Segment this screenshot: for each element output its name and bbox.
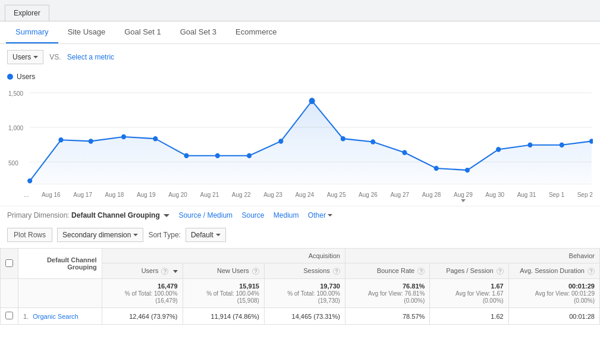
tab-goal-set-3[interactable]: Goal Set 3 <box>171 21 226 43</box>
total-bounce-rate: 76.81% Avg for View: 76.81% (0.00%) <box>345 279 429 308</box>
row-checkbox-cell[interactable] <box>1 308 18 325</box>
dim-link-medium[interactable]: Medium <box>274 211 299 219</box>
header-checkbox-cell <box>1 249 18 279</box>
svg-point-9 <box>58 137 63 142</box>
svg-point-16 <box>278 139 283 143</box>
x-label-1: Aug 16 <box>42 192 61 202</box>
row-checkbox[interactable] <box>5 312 13 319</box>
svg-point-13 <box>184 153 189 158</box>
svg-point-19 <box>370 139 375 144</box>
svg-text:1,500: 1,500 <box>8 90 23 97</box>
x-label-11: Aug 26 <box>359 192 378 202</box>
behavior-group-header: Behavior <box>345 249 599 263</box>
x-label-0: ... <box>24 192 29 202</box>
chart-legend: Users <box>0 70 600 83</box>
acquisition-group-header: Acquisition <box>102 249 345 263</box>
x-label-6: Aug 21 <box>200 192 219 202</box>
svg-point-15 <box>247 153 252 158</box>
sort-type-dropdown[interactable]: Default <box>186 228 226 242</box>
select-all-checkbox[interactable] <box>5 259 13 267</box>
dim-link-other[interactable]: Other <box>308 211 332 219</box>
sort-default-label: Default <box>191 231 213 239</box>
total-label <box>18 279 102 308</box>
x-label-15: Aug 30 <box>485 192 504 202</box>
row-channel-cell: 1. Organic Search <box>18 308 102 325</box>
nav-tabs: Summary Site Usage Goal Set 1 Goal Set 3… <box>0 21 600 44</box>
secondary-dimension-dropdown[interactable]: Secondary dimension <box>57 228 143 242</box>
x-label-18: Sep 2 <box>577 192 593 202</box>
row-bounce-rate: 78.57% <box>345 308 429 325</box>
explorer-tab[interactable]: Explorer <box>5 5 49 21</box>
svg-point-21 <box>434 166 439 171</box>
metric-dropdown-chevron <box>33 56 38 58</box>
svg-point-20 <box>402 150 407 155</box>
col-header-new-users[interactable]: New Users ? <box>183 263 264 279</box>
svg-text:500: 500 <box>8 159 18 166</box>
svg-text:1,000: 1,000 <box>8 125 23 131</box>
svg-point-8 <box>27 178 32 183</box>
data-table: Default Channel Grouping Acquisition Beh… <box>0 248 600 325</box>
metric-selected-label: Users <box>12 53 31 61</box>
x-label-13: Aug 28 <box>422 192 441 202</box>
x-label-5: Aug 20 <box>168 192 187 202</box>
primary-dim-active: Default Channel Grouping <box>71 211 160 219</box>
total-new-users: 15,915 % of Total: 100.04% (15,908) <box>183 279 264 308</box>
svg-marker-7 <box>30 101 592 184</box>
x-label-3: Aug 18 <box>105 192 124 202</box>
users-sort-icon <box>173 270 178 273</box>
sort-dropdown-chevron <box>216 234 221 236</box>
svg-point-17 <box>309 98 315 104</box>
x-label-10: Aug 25 <box>327 192 346 202</box>
row-pages-session: 1.62 <box>430 308 508 325</box>
tab-goal-set-1[interactable]: Goal Set 1 <box>115 21 170 43</box>
tab-ecommerce[interactable]: Ecommerce <box>226 21 286 43</box>
svg-point-25 <box>560 143 564 148</box>
table-row: 1. Organic Search 12,464 (73.97%) 11,914… <box>1 308 600 325</box>
x-label-7: Aug 22 <box>232 192 251 202</box>
total-avg-session: 00:01:29 Avg for View: 00:01:29 (0.00%) <box>508 279 599 308</box>
tab-summary[interactable]: Summary <box>6 21 58 43</box>
total-users: 16,479 % of Total: 100.00% (16,479) <box>102 279 183 308</box>
dim-link-source[interactable]: Source <box>241 211 264 219</box>
svg-point-22 <box>465 168 470 172</box>
x-axis-labels: ... Aug 16 Aug 17 Aug 18 Aug 19 Aug 20 A… <box>0 190 600 206</box>
line-chart: 1,500 1,000 500 <box>7 83 593 190</box>
x-label-4: Aug 19 <box>137 192 156 202</box>
total-checkbox-cell <box>1 279 18 308</box>
svg-point-14 <box>215 153 220 158</box>
channel-link[interactable]: Organic Search <box>33 313 78 320</box>
x-label-17: Sep 1 <box>549 192 564 202</box>
controls-row: Plot Rows Secondary dimension Sort Type:… <box>0 224 600 246</box>
svg-point-24 <box>527 143 532 148</box>
row-users: 12,464 (73.97%) <box>102 308 183 325</box>
svg-point-10 <box>89 139 93 143</box>
col-header-pages-session[interactable]: Pages / Session ? <box>430 263 508 279</box>
vs-label: VS. <box>49 53 61 61</box>
row-avg-session: 00:01:28 <box>508 308 599 325</box>
primary-dim-label: Primary Dimension: <box>7 211 70 219</box>
dimension-col-header: Default Channel Grouping <box>18 249 102 279</box>
chart-container: 1,500 1,000 500 <box>0 83 600 190</box>
plot-rows-button[interactable]: Plot Rows <box>7 228 52 242</box>
x-label-9: Aug 24 <box>295 192 314 202</box>
col-header-users[interactable]: Users ? <box>102 263 183 279</box>
col-header-avg-session[interactable]: Avg. Session Duration ? <box>508 263 599 279</box>
secondary-dim-chevron <box>133 234 138 236</box>
select-metric-link[interactable]: Select a metric <box>67 53 114 61</box>
x-label-2: Aug 17 <box>73 192 92 202</box>
svg-point-23 <box>496 147 501 152</box>
col-header-bounce-rate[interactable]: Bounce Rate ? <box>345 263 429 279</box>
x-label-8: Aug 23 <box>263 192 282 202</box>
legend-label-users: Users <box>17 73 35 81</box>
legend-dot-users <box>7 74 13 80</box>
total-sessions: 19,730 % of Total: 100.00% (19,730) <box>264 279 345 308</box>
row-new-users: 11,914 (74.86%) <box>183 308 264 325</box>
dim-link-source-medium[interactable]: Source / Medium <box>178 211 233 219</box>
row-sessions: 14,465 (73.31%) <box>264 308 345 325</box>
x-label-14: Aug 29 <box>454 192 473 202</box>
col-header-sessions[interactable]: Sessions ? <box>264 263 345 279</box>
other-chevron <box>328 214 332 216</box>
tab-site-usage[interactable]: Site Usage <box>58 21 115 43</box>
metric-dropdown[interactable]: Users <box>7 50 43 64</box>
x-label-16: Aug 31 <box>517 192 536 202</box>
